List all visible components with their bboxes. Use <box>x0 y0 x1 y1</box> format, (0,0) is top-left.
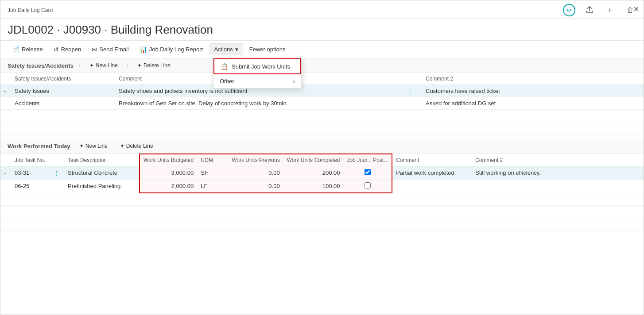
separator2-icon: › <box>127 62 128 69</box>
delete-line-icon: ✦ <box>137 62 142 69</box>
work-units-completed-1: 200.00 <box>283 166 344 180</box>
work-comment-1: Partial work completed <box>392 166 472 180</box>
work-units-completed-2: 100.00 <box>283 180 344 193</box>
th-work-dots <box>51 154 64 166</box>
work-dots-1[interactable]: ⋮ <box>51 166 64 180</box>
work-section-title: Work Performed Today <box>8 143 70 150</box>
th-job-task-no: Job Task No. <box>11 154 51 166</box>
work-job-task-no-1: 03-31 <box>11 166 51 180</box>
th-work-units-completed: Work Units Completed <box>283 154 344 166</box>
header-icons: ✏ + 🗑 <box>563 4 636 16</box>
safety-empty-row-1 <box>0 110 644 122</box>
work-table: Job Task No. Task Description Work Units… <box>0 154 644 230</box>
submit-job-work-units-item[interactable]: 📋 Submit Job Work Units <box>213 58 301 74</box>
work-comment-2 <box>392 180 472 193</box>
th-dots <box>404 73 422 85</box>
submit-icon: 📋 <box>221 63 228 70</box>
page-title: JDL0002 · J00930 · Building Renovation <box>0 19 644 41</box>
work-job-task-no-2: 06-25 <box>11 180 51 193</box>
th-work-units-budgeted: Work Units Budgeted <box>140 154 197 166</box>
safety-type-1: Safety Issues <box>11 85 115 97</box>
safety-delete-line-button[interactable]: ✦ Delete Line <box>134 61 174 70</box>
work-task-desc-2: Prefinished Paneling <box>64 180 140 193</box>
work-row-1[interactable]: → 03-31 ⋮ Structural Concrete 3,000.00 S… <box>0 166 644 180</box>
row-dots-1[interactable]: ⋮ <box>404 85 422 97</box>
add-icon[interactable]: + <box>604 4 616 16</box>
work-comment2-2 <box>472 180 644 193</box>
job-jour-checkbox-1[interactable] <box>365 169 371 175</box>
reopen-button[interactable]: ↺ Reopen <box>49 44 86 55</box>
work-units-previous-2: 0.00 <box>228 180 283 193</box>
toolbar: 📄 Release ↺ Reopen ✉ Send Email 📊 Job Da… <box>0 41 644 58</box>
th-job-jour-post: Job Jour... Post... <box>343 154 392 166</box>
job-jour-checkbox-2[interactable] <box>365 182 371 188</box>
work-uom-2: LF <box>197 180 228 193</box>
separator-icon: › <box>79 62 81 69</box>
work-task-desc-1: Structural Concrete <box>64 166 140 180</box>
share-icon[interactable] <box>583 4 596 16</box>
job-daily-log-report-button[interactable]: 📊 Job Daily Log Report <box>135 44 207 55</box>
safety-empty-row-2 <box>0 122 644 134</box>
other-item[interactable]: Other › <box>213 74 301 88</box>
th-work-units-previous: Work Units Previous <box>228 154 283 166</box>
safety-comment2-2: Asked for additional DG set <box>422 97 644 110</box>
work-empty-row-2 <box>0 205 644 218</box>
safety-comment-2: Breakdown of Gen Set on site. Delay of c… <box>115 97 404 110</box>
header: Job Daily Log Card ✏ + 🗑 ✕ <box>0 0 644 19</box>
work-row-2[interactable]: 06-25 Prefinished Paneling 2,000.00 LF 0… <box>0 180 644 193</box>
new-line-icon: ✦ <box>89 62 94 69</box>
work-delete-line-icon: ✦ <box>120 143 124 149</box>
row-dots-2 <box>404 97 422 110</box>
th-safety-issues: Safety Issues/Accidents <box>11 73 115 85</box>
th-uom: UOM <box>197 154 228 166</box>
window-title: Job Daily Log Card <box>8 7 53 13</box>
work-uom-1: SF <box>197 166 228 180</box>
work-section-header: Work Performed Today ✦ New Line ✦ Delete… <box>0 139 644 154</box>
safety-section-header: Safety Issues/Accidents › ✦ New Line › ✦… <box>0 58 644 73</box>
work-job-jour-post-2[interactable] <box>343 180 392 193</box>
safety-new-line-button[interactable]: ✦ New Line <box>86 61 121 70</box>
work-row-arrow-1: → <box>0 166 11 180</box>
fewer-options-button[interactable]: Fewer options <box>245 44 290 55</box>
release-button[interactable]: 📄 Release <box>8 44 47 55</box>
actions-dropdown: 📋 Submit Job Work Units Other › <box>213 58 302 88</box>
th-work-arrow <box>0 154 11 166</box>
safety-comment2-1: Customers have raised ticket <box>422 85 644 97</box>
work-new-line-button[interactable]: ✦ New Line <box>76 142 111 150</box>
work-row-arrow-2 <box>0 180 11 193</box>
window-frame: Job Daily Log Card ✏ + 🗑 ✕ JDL0002 · J00… <box>0 0 644 315</box>
work-job-jour-post-1[interactable] <box>343 166 392 180</box>
reopen-icon: ↺ <box>54 46 59 53</box>
work-empty-row-3 <box>0 218 644 230</box>
th-arrow <box>0 73 11 85</box>
work-empty-row-1 <box>0 193 644 205</box>
safety-type-2: Accidents <box>11 97 115 110</box>
safety-section-title: Safety Issues/Accidents <box>8 62 74 69</box>
work-new-line-icon: ✦ <box>79 143 84 149</box>
work-delete-line-button[interactable]: ✦ Delete Line <box>116 142 157 150</box>
row-arrow-2 <box>0 97 11 110</box>
actions-button[interactable]: Actions ▾ <box>209 43 243 55</box>
th-work-comment: Comment <box>392 154 472 166</box>
send-email-button[interactable]: ✉ Send Email <box>87 44 133 55</box>
safety-table-container: Safety Issues/Accidents Comment Comment … <box>0 73 644 134</box>
work-section: Work Performed Today ✦ New Line ✦ Delete… <box>0 139 644 230</box>
safety-table: Safety Issues/Accidents Comment Comment … <box>0 73 644 134</box>
email-icon: ✉ <box>92 46 97 53</box>
work-comment2-1: Still working on efficiency. <box>472 166 644 180</box>
work-units-budgeted-2: 2,000.00 <box>140 180 197 193</box>
safety-row-2[interactable]: Accidents Breakdown of Gen Set on site. … <box>0 97 644 110</box>
work-units-budgeted-1: 3,000.00 <box>140 166 197 180</box>
chevron-down-icon: ▾ <box>235 46 238 53</box>
work-units-previous-1: 0.00 <box>228 166 283 180</box>
safety-row-1[interactable]: → Safety Issues Safety shoes and jackets… <box>0 85 644 97</box>
row-arrow-1: → <box>0 85 11 97</box>
edit-icon[interactable]: ✏ <box>563 4 575 16</box>
release-icon: 📄 <box>12 46 19 53</box>
work-dots-2 <box>51 180 64 193</box>
work-table-wrapper: Job Task No. Task Description Work Units… <box>0 154 644 230</box>
th-comment2: Comment 2 <box>422 73 644 85</box>
th-task-description: Task Description <box>64 154 140 166</box>
chevron-right-icon: › <box>293 78 295 85</box>
window-close-icon[interactable]: ✕ <box>633 5 639 13</box>
